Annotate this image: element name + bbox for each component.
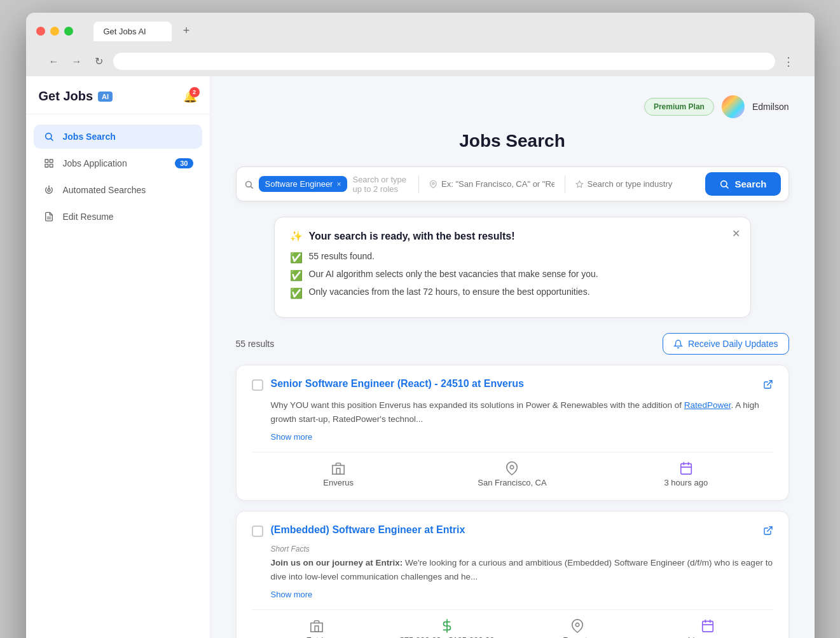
show-more-1[interactable]: Show more <box>252 432 313 442</box>
info-item-3: ✅ Only vacancies from the last 72 hours,… <box>290 287 735 299</box>
results-header: 55 results Receive Daily Updates <box>236 333 789 355</box>
salary-icon-2 <box>440 618 454 633</box>
main-header: Premium Plan Edmilson <box>236 95 789 118</box>
svg-rect-2 <box>45 160 48 163</box>
job-card-1-header: Senior Software Engineer (React) - 24510… <box>252 378 773 391</box>
role-placeholder: Search or type up to 2 roles <box>352 175 408 194</box>
search-icon <box>43 132 55 142</box>
svg-line-25 <box>767 527 771 531</box>
sidebar: Get Jobs AI 🔔 2 Jobs Search <box>26 76 210 638</box>
refresh-button[interactable]: ↻ <box>92 53 106 70</box>
svg-point-12 <box>432 182 434 184</box>
job-meta-2: Entrix $75,000.00 - $105,000.00 <box>252 609 773 638</box>
rated-power-link[interactable]: RatedPower <box>684 400 731 410</box>
search-industry-section <box>575 179 701 189</box>
job-meta-time-2: 4 hours ago <box>643 618 773 638</box>
robot-icon <box>43 185 55 195</box>
jobs-application-badge: 30 <box>175 158 193 168</box>
industry-input[interactable] <box>588 179 701 189</box>
svg-rect-30 <box>703 621 713 632</box>
show-more-2[interactable]: Show more <box>252 590 313 599</box>
industry-icon <box>575 180 584 189</box>
sidebar-item-automated-searches[interactable]: Automated Searches <box>34 178 202 202</box>
fullscreen-traffic-light[interactable] <box>64 27 73 36</box>
svg-rect-4 <box>45 164 48 167</box>
job-company-1: Enverus <box>323 478 354 487</box>
job-time-1: 3 hours ago <box>664 478 708 487</box>
svg-rect-5 <box>50 164 53 167</box>
info-banner-close-button[interactable]: ✕ <box>732 227 740 240</box>
job-title-1[interactable]: Senior Software Engineer (React) - 24510… <box>271 378 755 390</box>
sidebar-item-label-edit-resume: Edit Resume <box>63 212 114 222</box>
address-bar[interactable] <box>113 53 775 70</box>
job-checkbox-2[interactable] <box>252 526 263 537</box>
job-meta-time-1: 3 hours ago <box>599 460 773 487</box>
bell-icon <box>673 339 683 349</box>
role-tag-close[interactable]: × <box>336 180 341 189</box>
job-title-2[interactable]: (Embedded) Software Engineer at Entrix <box>271 524 755 536</box>
building-icon-1 <box>331 460 345 475</box>
location-icon <box>429 180 437 189</box>
logo-text: Get Jobs <box>39 89 93 104</box>
job-location-2: Remote <box>563 635 592 638</box>
svg-rect-3 <box>50 160 53 163</box>
svg-point-20 <box>511 465 514 469</box>
sidebar-item-label-jobs-application: Jobs Application <box>63 158 127 168</box>
job-card-2-header: (Embedded) Software Engineer at Entrix <box>252 524 773 537</box>
daily-updates-button[interactable]: Receive Daily Updates <box>663 333 789 355</box>
job-meta-1: Enverus San Francisco, CA <box>252 452 773 487</box>
notification-badge: 2 <box>189 87 200 97</box>
tab-label: Get Jobs AI <box>104 27 146 36</box>
check-icon-3: ✅ <box>290 287 303 299</box>
sidebar-item-jobs-search[interactable]: Jobs Search <box>34 125 202 149</box>
sidebar-item-jobs-application[interactable]: Jobs Application 30 <box>34 151 202 175</box>
sidebar-item-edit-resume[interactable]: Edit Resume <box>34 205 202 229</box>
job-card-2: (Embedded) Software Engineer at Entrix S… <box>236 511 789 638</box>
role-tag-label: Software Engineer <box>265 179 333 189</box>
forward-button[interactable]: → <box>69 53 85 70</box>
minimize-traffic-light[interactable] <box>50 27 59 36</box>
check-icon-2: ✅ <box>290 269 303 282</box>
job-description-2: Join us on our journey at Entrix: We're … <box>252 556 773 583</box>
sidebar-logo: Get Jobs AI <box>39 89 113 104</box>
premium-badge: Premium Plan <box>644 98 714 116</box>
search-location-section <box>429 179 554 189</box>
job-checkbox-1[interactable] <box>252 379 263 391</box>
job-company-2: Entrix <box>306 635 327 638</box>
close-traffic-light[interactable] <box>36 27 45 36</box>
info-banner: ✨ Your search is ready, with the best re… <box>274 217 751 318</box>
svg-rect-21 <box>681 464 692 475</box>
browser-tab[interactable]: Get Jobs AI <box>93 22 172 41</box>
new-tab-button[interactable]: + <box>177 20 196 41</box>
job-open-link-2[interactable] <box>763 524 773 536</box>
role-tag-chip[interactable]: Software Engineer × <box>259 176 348 192</box>
info-item-1: ✅ 55 results found. <box>290 251 735 264</box>
main-content: Premium Plan Edmilson Jobs Search Softwa… <box>210 76 815 638</box>
browser-menu-button[interactable]: ⋮ <box>783 55 794 69</box>
job-meta-company-1: Enverus <box>252 460 425 487</box>
results-count: 55 results <box>236 339 275 349</box>
search-bar-icon <box>244 179 254 190</box>
user-name: Edmilson <box>752 102 789 112</box>
svg-rect-19 <box>336 468 340 474</box>
svg-line-1 <box>51 139 53 140</box>
user-avatar <box>722 95 745 118</box>
job-short-facts-label: Short Facts <box>252 545 773 553</box>
clock-icon-1 <box>679 460 693 475</box>
sidebar-item-label-automated-searches: Automated Searches <box>63 185 146 195</box>
job-meta-location-1: San Francisco, CA <box>425 460 599 487</box>
svg-rect-17 <box>333 465 344 474</box>
notification-button[interactable]: 🔔 2 <box>183 90 197 104</box>
info-item-2: ✅ Our AI algorithm selects only the best… <box>290 269 735 282</box>
job-time-2: 4 hours ago <box>686 635 730 638</box>
svg-marker-13 <box>576 180 583 187</box>
building-icon-2 <box>310 618 324 633</box>
svg-line-15 <box>727 186 729 188</box>
location-input[interactable] <box>441 179 554 189</box>
job-meta-salary-2: $75,000.00 - $105,000.00 <box>382 618 513 638</box>
location-pin-icon-2 <box>570 618 584 633</box>
sidebar-nav: Jobs Search Jobs Application 30 <box>26 114 210 241</box>
search-button[interactable]: Search <box>705 172 780 196</box>
back-button[interactable]: ← <box>46 53 62 70</box>
job-open-link-1[interactable] <box>763 378 773 390</box>
